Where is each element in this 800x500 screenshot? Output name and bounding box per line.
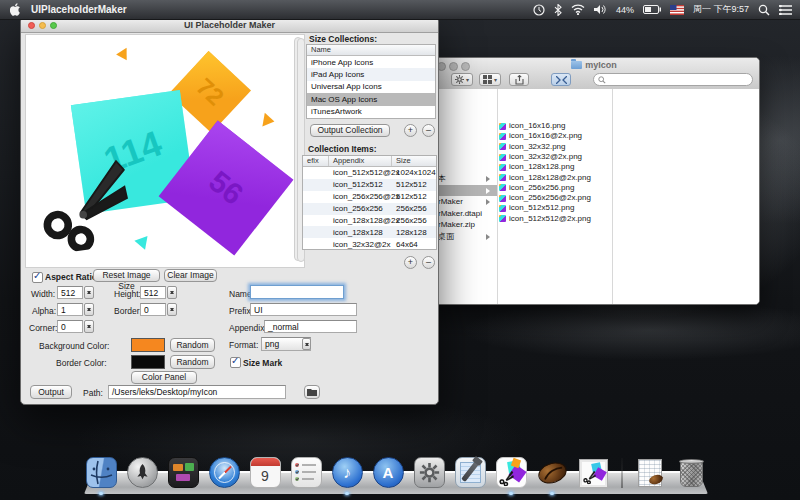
spotlight-icon[interactable] [758,4,770,16]
finder-sidebar-item[interactable]: rMaker.zip [429,219,497,231]
finder-titlebar[interactable]: myIcon ▾ ▾ [429,58,759,90]
dock-finder-icon[interactable] [86,457,117,488]
file-item[interactable]: icon_32x32.png [499,142,611,152]
background-random-button[interactable]: Random [170,338,215,352]
background-color-swatch[interactable] [131,338,165,352]
collections-column-name[interactable]: Name [307,45,331,55]
alpha-field[interactable]: 1 [57,303,83,316]
collection-row[interactable]: iPhone App Icons [307,56,435,68]
finder-view-options-button[interactable]: ▾ [479,73,501,86]
border-color-swatch[interactable] [131,355,165,369]
finder-tags-button[interactable] [551,73,571,86]
finder-sidebar-item[interactable]: rMaker [429,196,497,208]
finder-sidebar-item[interactable]: 桌面 [429,231,497,243]
name-field[interactable] [250,285,344,299]
dock-trash-icon[interactable] [676,457,707,488]
clock-status-icon[interactable] [533,4,545,16]
folder-proxy-icon[interactable] [571,61,582,69]
alpha-stepper[interactable] [84,303,94,316]
dock-minimized-document-icon[interactable] [635,457,666,488]
dock-system-preferences-icon[interactable] [414,457,445,488]
remove-collection-button[interactable]: – [422,124,435,137]
items-column-appendix[interactable]: Appendix [329,156,392,166]
notification-center-icon[interactable] [779,5,792,15]
input-language-flag-icon[interactable] [670,5,684,15]
file-item[interactable]: icon_128x128@2x.png [499,173,611,183]
format-dropdown-arrows[interactable] [302,338,311,350]
zoom-button[interactable] [50,22,57,29]
file-item[interactable]: icon_512x512.png [499,203,611,213]
file-item[interactable]: icon_32x32@2x.png [499,152,611,162]
finder-sidebar-item[interactable]: 本 [429,173,497,185]
dock-launchpad-icon[interactable] [127,457,158,488]
menubar-app-name[interactable]: UIPlaceholderMaker [31,4,127,15]
apple-menu-icon[interactable] [10,3,21,16]
path-field[interactable]: /Users/leks/Desktop/myIcon [108,385,286,399]
dock-image-editor-icon[interactable] [578,457,609,488]
column-divider[interactable] [497,89,498,304]
dock-calendar-icon[interactable]: 9 [250,457,281,488]
color-panel-button[interactable]: Color Panel [131,371,197,384]
width-stepper[interactable] [84,286,94,299]
image-preview[interactable]: 72 114 56 [25,34,305,268]
collection-row-selected[interactable]: Mac OS App Icons [307,93,435,105]
finder-sidebar-item[interactable]: rMaker.dtapi [429,208,497,220]
finder-share-button[interactable] [509,73,529,86]
file-item[interactable]: icon_128x128.png [499,162,611,172]
file-item[interactable]: icon_16x16.png [499,121,611,131]
height-stepper[interactable] [167,286,177,299]
volume-icon[interactable] [594,4,607,15]
file-item[interactable]: icon_512x512@2x.png [499,214,611,224]
prefix-field[interactable]: UI [250,303,357,316]
dock-app-store-icon[interactable]: A [373,457,404,488]
corner-field[interactable]: 0 [57,320,83,333]
border-field[interactable]: 0 [140,303,166,316]
minimize-button[interactable] [39,22,46,29]
finder-action-button[interactable]: ▾ [451,73,473,86]
item-row[interactable]: icon_512x512@2x1024x1024 [303,167,436,179]
corner-stepper[interactable] [84,320,94,333]
bluetooth-icon[interactable] [554,4,562,16]
collection-row[interactable]: Universal App Icons [307,81,435,93]
item-row[interactable]: icon_512x512512x512 [303,179,436,191]
dock-ui-placeholder-maker-icon[interactable] [496,457,527,488]
item-row[interactable]: icon_256x256@2x512x512 [303,191,436,203]
finder-search-field[interactable] [593,73,753,86]
width-field[interactable]: 512 [57,286,83,299]
reset-image-size-button[interactable]: Reset Image Size [93,269,160,282]
battery-icon[interactable] [643,5,661,14]
remove-item-button[interactable]: – [422,256,435,269]
clear-image-button[interactable]: Clear Image [164,269,217,282]
height-field[interactable]: 512 [140,286,166,299]
item-row[interactable]: icon_256x256256x256 [303,203,436,215]
add-collection-button[interactable]: + [404,124,417,137]
wifi-icon[interactable] [571,4,585,15]
dock-bean-app-icon[interactable] [537,457,568,488]
app-titlebar[interactable]: UI Placeholder Maker [21,18,438,33]
file-item[interactable]: icon_256x256@2x.png [499,193,611,203]
item-row[interactable]: icon_32x32@2x64x64 [303,238,436,250]
aspect-ratio-checkbox[interactable] [32,272,43,283]
size-mark-checkbox[interactable] [230,357,241,368]
column-divider[interactable] [612,89,613,304]
border-stepper[interactable] [167,303,177,316]
appendix-field[interactable]: _normal [264,320,357,333]
file-item[interactable]: icon_256x256.png [499,183,611,193]
menubar-clock[interactable]: 周一 下午9:57 [693,3,749,16]
collection-row[interactable]: iPad App Icons [307,68,435,80]
items-column-size[interactable]: Size [392,156,436,166]
close-button[interactable] [28,22,35,29]
dock-xcode-icon[interactable] [455,457,486,488]
dock-reminders-icon[interactable] [291,457,322,488]
items-column-prefix[interactable]: efix [303,156,329,166]
dock-mission-control-icon[interactable] [168,457,199,488]
add-item-button[interactable]: + [404,256,417,269]
file-item[interactable]: icon_16x16@2x.png [499,131,611,141]
collection-row[interactable]: iTunesArtwork [307,106,435,118]
item-row[interactable]: icon_128x128@2x256x256 [303,215,436,227]
dock-safari-icon[interactable] [209,457,240,488]
finder-sidebar-item-selected[interactable] [429,185,497,197]
border-random-button[interactable]: Random [170,355,215,369]
output-button[interactable]: Output [30,385,72,399]
dock-itunes-icon[interactable]: ♪ [332,457,363,488]
